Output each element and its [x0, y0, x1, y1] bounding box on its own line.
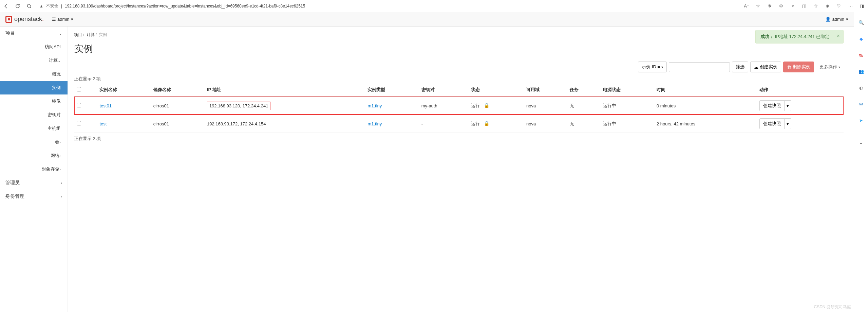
filter-button[interactable]: 筛选: [732, 62, 748, 72]
sidebar-item-network[interactable]: 网络›: [0, 149, 68, 162]
snapshot-button[interactable]: 创建快照: [759, 118, 785, 129]
logo-icon: [5, 16, 12, 23]
unlock-icon: 🔓: [484, 121, 489, 126]
instance-name-link[interactable]: test01: [99, 103, 111, 108]
col-az[interactable]: 可用域: [524, 83, 567, 97]
chevron-right-icon: ›: [59, 167, 61, 171]
sidebar-item-overview[interactable]: 概况: [0, 67, 68, 81]
chevron-right-icon: ›: [59, 140, 61, 144]
sidebar-item-identity[interactable]: 身份管理›: [0, 190, 68, 203]
close-icon[interactable]: ×: [837, 33, 840, 39]
sidebar-item-keypairs[interactable]: 密钥对: [0, 108, 68, 122]
logo[interactable]: openstack.: [5, 16, 44, 23]
logo-text: openstack.: [14, 16, 44, 23]
more-icon[interactable]: ⋯: [848, 3, 853, 9]
filter-field-select[interactable]: 示例 ID =: [638, 62, 667, 72]
collections-icon[interactable]: ⊕: [825, 3, 830, 9]
row-checkbox[interactable]: [77, 121, 81, 125]
extensions-icon[interactable]: ✧: [790, 3, 795, 9]
favorite-icon[interactable]: ☆: [755, 3, 761, 9]
row-actions-dropdown[interactable]: ▾: [785, 118, 791, 129]
cell-ip: 192.168.93.120, 172.24.4.241: [204, 97, 365, 115]
launch-instance-button[interactable]: ☁创建实例: [750, 62, 781, 72]
edge-shopping-icon[interactable]: 🛍: [858, 52, 865, 58]
edge-add-icon[interactable]: ＋: [858, 140, 865, 147]
search-icon[interactable]: [26, 3, 32, 9]
delete-instances-button[interactable]: 🗑删除实例: [783, 62, 814, 72]
alert-message: IP地址 172.24.4.241 已绑定: [775, 34, 829, 39]
project-selector[interactable]: ☰ admin ▾: [52, 17, 73, 22]
flavor-link[interactable]: m1.tiny: [367, 121, 382, 126]
col-actions: 动作: [757, 83, 844, 97]
read-aloud-icon[interactable]: A⁺: [744, 3, 749, 9]
sidebar-item-compute[interactable]: 计算⌄: [0, 54, 68, 67]
edge-people-icon[interactable]: 👥: [858, 68, 865, 75]
col-power[interactable]: 电源状态: [600, 83, 654, 97]
user-label: admin: [832, 17, 844, 22]
performance-icon[interactable]: ♡: [836, 3, 842, 9]
col-flavor[interactable]: 实例类型: [365, 83, 418, 97]
instance-name-link[interactable]: test: [99, 121, 107, 126]
browser-edge-bar: 🔍 ◆ 🛍 👥 ◐ ✉ ➤ ＋: [854, 12, 868, 312]
snapshot-button[interactable]: 创建快照: [759, 100, 785, 111]
sidebar-item-instances[interactable]: 实例: [0, 81, 68, 94]
col-name[interactable]: 实例名称: [97, 83, 150, 97]
row-actions-dropdown[interactable]: ▾: [785, 100, 791, 111]
ext-color-icon[interactable]: ❋: [767, 3, 772, 9]
favorites-icon[interactable]: ✩: [813, 3, 818, 9]
url-separator: |: [61, 4, 62, 8]
sidebar-item-admin[interactable]: 管理员›: [0, 176, 68, 190]
refresh-icon[interactable]: [15, 3, 20, 9]
back-icon[interactable]: [3, 3, 9, 9]
sidebar-item-apiaccess[interactable]: 访问API: [0, 40, 68, 54]
crumb-project[interactable]: 项目: [74, 32, 82, 37]
insecure-icon: ▲: [39, 4, 43, 8]
filter-input[interactable]: [669, 62, 730, 72]
sidebar-item-objectstore[interactable]: 对象存储›: [0, 162, 68, 176]
crumb-compute[interactable]: 计算: [87, 32, 95, 37]
sidebar-item-servergroups[interactable]: 主机组: [0, 122, 68, 135]
cell-power: 运行中: [600, 97, 654, 115]
col-check: [74, 83, 97, 97]
user-menu[interactable]: 👤 admin ▾: [825, 17, 848, 22]
edge-search-icon[interactable]: 🔍: [858, 19, 865, 26]
edge-outlook-icon[interactable]: ✉: [858, 101, 865, 107]
instances-table: 实例名称 镜像名称 IP 地址 实例类型 密钥对 状态 可用域 任务 电源状态 …: [74, 83, 844, 133]
edge-send-icon[interactable]: ➤: [858, 117, 865, 124]
success-alert: 成功： IP地址 172.24.4.241 已绑定 ×: [755, 30, 844, 44]
app-topbar: openstack. ☰ admin ▾ 👤 admin ▾: [0, 12, 854, 27]
ext-gear-icon[interactable]: ⚙: [778, 3, 784, 9]
main-panel: 成功： IP地址 172.24.4.241 已绑定 × 项目/ 计算/ 实例 实…: [68, 27, 854, 312]
col-keypair[interactable]: 密钥对: [419, 83, 469, 97]
user-icon: 👤: [825, 17, 831, 22]
flavor-link[interactable]: m1.tiny: [367, 103, 382, 108]
chevron-down-icon: ⌄: [58, 58, 61, 63]
url-bar[interactable]: ▲ 不安全 | 192.168.93.109/dashboard/project…: [36, 3, 740, 9]
edge-chat-icon[interactable]: ◆: [858, 35, 865, 42]
crumb-current: 实例: [99, 32, 107, 37]
select-all-checkbox[interactable]: [77, 87, 81, 91]
cell-power: 运行中: [600, 115, 654, 133]
project-icon: ☰: [52, 17, 56, 22]
page-title: 实例: [74, 42, 844, 55]
col-age[interactable]: 时间: [654, 83, 757, 97]
cell-image: cirros01: [151, 115, 204, 133]
col-ip[interactable]: IP 地址: [204, 83, 365, 97]
col-image[interactable]: 镜像名称: [151, 83, 204, 97]
col-status[interactable]: 状态: [468, 83, 524, 97]
split-icon[interactable]: ◫: [801, 3, 807, 9]
browser-toolbar: ▲ 不安全 | 192.168.93.109/dashboard/project…: [0, 0, 868, 12]
edge-tools-icon[interactable]: ◐: [858, 84, 865, 91]
project-label: admin: [57, 17, 69, 22]
row-checkbox[interactable]: [77, 103, 81, 107]
table-row: test01cirros01192.168.93.120, 172.24.4.2…: [74, 97, 844, 115]
sidebar-item-images[interactable]: 镜像: [0, 94, 68, 108]
col-task[interactable]: 任务: [567, 83, 600, 97]
more-actions-button[interactable]: 更多操作: [816, 62, 844, 72]
sidebar-toggle-icon[interactable]: ◨: [859, 3, 865, 9]
sidebar-item-volumes[interactable]: 卷›: [0, 135, 68, 149]
chevron-down-icon: ▾: [71, 17, 73, 22]
cell-status: 运行🔓: [468, 115, 524, 133]
cell-ip: 192.168.93.172, 172.24.4.154: [204, 115, 365, 133]
sidebar-item-project[interactable]: 项目⌄: [0, 27, 68, 40]
